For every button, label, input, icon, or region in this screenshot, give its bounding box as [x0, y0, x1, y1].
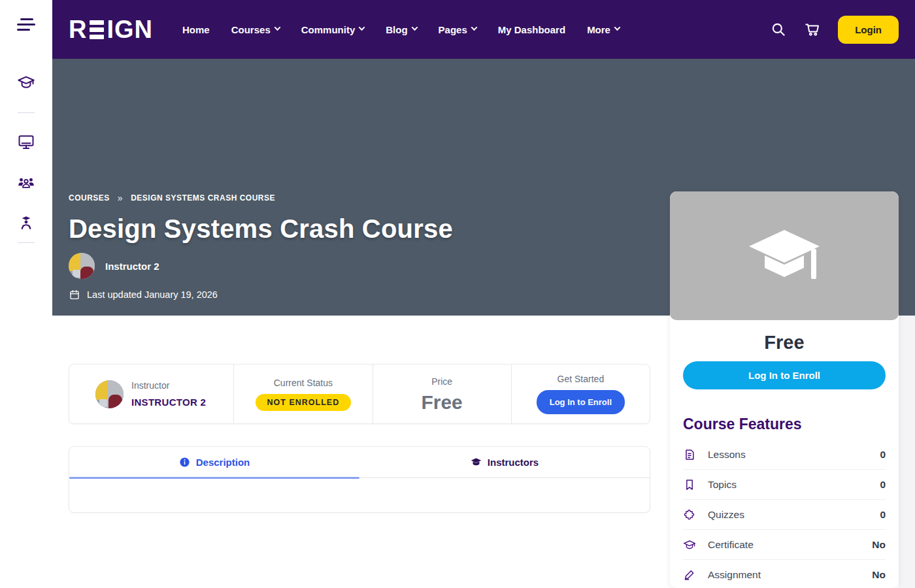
login-to-enroll-button[interactable]: Log In to Enroll [537, 390, 625, 414]
chevron-down-icon [471, 24, 477, 31]
get-started-label: Get Started [557, 374, 605, 384]
chevron-down-icon [614, 24, 621, 31]
community-users-icon[interactable] [17, 173, 35, 191]
tab-content-empty [69, 478, 650, 512]
bookmark-icon [683, 478, 696, 491]
status-price-column: Price Free [373, 365, 511, 423]
not-enrolled-badge: NOT ENROLLED [256, 394, 352, 411]
reign-logo[interactable]: R IGN [69, 16, 153, 44]
feature-row-certificate: Certificate No [683, 530, 886, 560]
feature-label: Lessons [708, 449, 746, 461]
sidebar-login-to-enroll-button[interactable]: Log In to Enroll [683, 361, 886, 389]
price-label: Price [431, 376, 452, 387]
feature-label: Certificate [708, 539, 754, 551]
left-rail [0, 0, 52, 588]
chevron-down-icon [359, 24, 365, 31]
top-navbar: R IGN Home Courses Community Blog Pages … [52, 0, 915, 59]
price-value: Free [421, 393, 462, 412]
status-get-started-column: Get Started Log In to Enroll [511, 365, 650, 423]
logo-e-bars [90, 20, 104, 39]
sidebar-background-strip [899, 316, 915, 588]
instructor-name[interactable]: Instructor 2 [105, 261, 159, 272]
graduation-cap-icon [471, 457, 482, 468]
instructor-person-icon[interactable] [17, 214, 35, 232]
login-button[interactable]: Login [838, 16, 899, 44]
logo-letters-ign: IGN [107, 16, 153, 44]
feature-value: 0 [880, 509, 886, 521]
nav-item-pages[interactable]: Pages [439, 24, 476, 35]
instructor-avatar[interactable] [69, 253, 95, 279]
feature-value: 0 [880, 479, 886, 491]
status-current-status-column: Current Status NOT ENROLLED [233, 365, 372, 423]
current-status-label: Current Status [274, 378, 333, 388]
instructor-name-link[interactable]: INSTRUCTOR 2 [131, 397, 206, 408]
feature-label: Assignment [708, 569, 761, 581]
feature-row-topics: Topics 0 [683, 470, 886, 500]
document-icon [683, 448, 696, 461]
nav-item-blog[interactable]: Blog [386, 24, 416, 35]
main-nav: Home Courses Community Blog Pages My Das… [182, 24, 620, 35]
menu-toggle-icon[interactable] [17, 18, 37, 34]
feature-row-assignment: Assignment No [683, 560, 886, 588]
course-features-list: Lessons 0 Topics 0 Quizzes [683, 440, 886, 588]
feature-row-lessons: Lessons 0 [683, 440, 886, 470]
course-thumbnail-placeholder [670, 191, 899, 320]
breadcrumb-current: DESIGN SYSTEMS CRASH COURSE [131, 193, 275, 203]
last-updated-text: Last updated January 19, 2026 [87, 289, 218, 300]
nav-item-courses[interactable]: Courses [231, 24, 280, 35]
feature-label: Topics [708, 479, 737, 491]
chevron-down-icon [411, 24, 418, 31]
course-features-title: Course Features [683, 416, 886, 433]
feature-value: No [872, 569, 886, 581]
status-instructor-column: Instructor INSTRUCTOR 2 [69, 365, 233, 423]
breadcrumb-separator: » [118, 193, 123, 203]
feature-value: No [872, 539, 886, 551]
course-tabs-card: Description Instructors [69, 446, 650, 513]
chevron-down-icon [274, 24, 280, 31]
cart-icon[interactable] [804, 21, 821, 38]
rail-divider [18, 242, 35, 243]
dashboard-monitor-icon[interactable] [17, 133, 35, 151]
breadcrumb-courses-link[interactable]: COURSES [69, 193, 110, 203]
pencil-icon [683, 568, 696, 581]
graduation-cap-icon [683, 538, 696, 551]
nav-item-my-dashboard[interactable]: My Dashboard [498, 24, 565, 35]
logo-letter-r: R [69, 16, 87, 44]
nav-item-community[interactable]: Community [301, 24, 365, 35]
info-icon [179, 457, 190, 468]
tab-description[interactable]: Description [69, 447, 359, 477]
puzzle-icon [683, 508, 696, 521]
graduation-cap-icon [744, 225, 824, 287]
courses-graduation-cap-icon[interactable] [17, 73, 35, 91]
course-sidebar-card: Free Log In to Enroll Course Features Le… [670, 191, 899, 588]
search-icon[interactable] [770, 21, 787, 38]
course-status-card: Instructor INSTRUCTOR 2 Current Status N… [69, 364, 650, 424]
tab-instructors[interactable]: Instructors [359, 447, 650, 477]
nav-item-home[interactable]: Home [182, 24, 210, 35]
breadcrumb: COURSES » DESIGN SYSTEMS CRASH COURSE [69, 193, 275, 203]
instructor-avatar[interactable] [95, 380, 124, 408]
page: R IGN Home Courses Community Blog Pages … [0, 0, 915, 588]
feature-row-quizzes: Quizzes 0 [683, 500, 886, 530]
feature-value: 0 [880, 449, 886, 461]
nav-item-more[interactable]: More [587, 24, 620, 35]
course-price: Free [670, 332, 899, 353]
instructor-label: Instructor [131, 380, 206, 391]
calendar-icon [69, 289, 80, 301]
page-title: Design Systems Crash Course [69, 214, 453, 244]
rail-divider [18, 112, 35, 113]
feature-label: Quizzes [708, 509, 744, 521]
